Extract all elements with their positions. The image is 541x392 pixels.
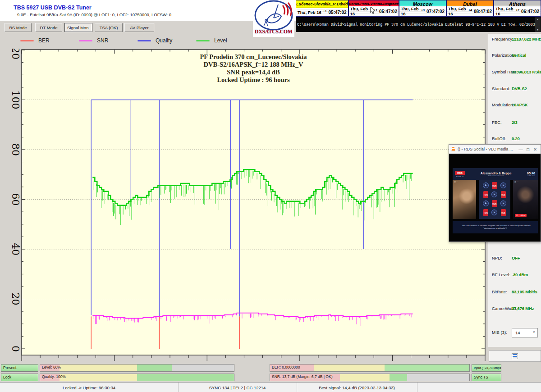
ber-line-swatch — [20, 40, 34, 41]
legend-label: BER — [38, 37, 50, 44]
clock-lucenec: Lučenec-Slovakia_R.Dávid Thu, Feb 16+105… — [296, 0, 348, 17]
left-video-feed: @ ··· — [453, 180, 476, 219]
tab-tsa[interactable]: TSA (OK) — [95, 23, 123, 32]
legend-item-ber: BER — [20, 37, 50, 44]
legend-label: SNR — [97, 37, 108, 44]
mis-dropdown[interactable]: 14 ˅ — [512, 328, 538, 337]
clock-date: Thu, Feb 16 — [495, 6, 516, 16]
param-row-polarization: Polarization:Vertical — [488, 53, 541, 59]
clock-dubai: Dubai Thu, Feb 16+408:47:02 — [446, 0, 494, 17]
clock-time: 08:47:02 — [474, 9, 492, 14]
show-title: Alessandro & Beppe — [465, 172, 527, 175]
svg-text:120: 120 — [10, 49, 21, 59]
svg-text:DVB-S2/16APSK_f=12 188 MHz_V: DVB-S2/16APSK_f=12 188 MHz_V — [204, 61, 303, 68]
rds-tile: RDS — [501, 191, 506, 198]
svg-text:100: 100 — [10, 91, 21, 109]
uptime-status: Locked -> Uptime: 96:30:34 — [0, 383, 179, 392]
best-signal-status: Best signal: 14,4 dB (2023-02-13 04:33) — [297, 383, 417, 392]
chart-legend: BER SNR Quality Level — [0, 34, 488, 49]
clock-utc-offset: +1 — [323, 9, 327, 13]
show-date: 6 feb 2023 — [527, 175, 535, 177]
param-row-npd: NPD:OFF — [488, 255, 541, 262]
meter-segment — [390, 374, 407, 381]
clock-athens: Athens Thu, Feb 16+206:47:02 — [494, 0, 541, 17]
clock-time-row: Thu, Feb 16+307:47:02 — [399, 6, 446, 16]
left-video-handle: @ ··· — [454, 181, 458, 183]
svg-text:0: 0 — [10, 346, 21, 352]
svg-text:PF Prodelin 370 cm_Lucenec/Slo: PF Prodelin 370 cm_Lucenec/Slovakia — [200, 53, 307, 60]
world-clocks: Lučenec-Slovakia_R.Dávid Thu, Feb 16+105… — [296, 0, 541, 17]
play-icon — [482, 182, 490, 189]
vlc-window[interactable]: () - RDS Social - VLC media ... — □ ✕ RD… — [449, 144, 541, 242]
param-row-carrierwidth: CarrierWidth:37,676 MHz — [488, 306, 541, 312]
signal-chart: 020406080100120PF Prodelin 370 cm_Lucene… — [0, 49, 488, 363]
scroll-up-icon[interactable]: ▲ — [536, 18, 539, 21]
show-header: RDS SOCIAL TV Alessandro & Beppe dalle 0… — [453, 168, 538, 180]
sidebar-ts-button[interactable] — [489, 350, 541, 362]
rds-tile: RDS — [492, 182, 497, 189]
param-row-symbolrate: Symbol Rate:31396,813 KS/s — [488, 69, 541, 76]
tab-signal-mon[interactable]: Signal Mon. — [64, 23, 92, 32]
quality-meter: Quality: 100% — [40, 374, 234, 381]
rds-tile: RDS — [483, 209, 488, 216]
clock-time: 05:47:02 — [329, 10, 347, 15]
video-caption: ... ora che è iniziata la seconda stagio… — [453, 221, 538, 233]
tab-av-player[interactable]: AV Player — [124, 23, 154, 32]
clock-time-row: Thu, Feb 16+408:47:02 — [447, 6, 493, 16]
mouse-cursor-icon — [370, 6, 376, 14]
param-row-standard: Standard:DVB-S2 — [488, 86, 541, 92]
cmd-scrollbar[interactable]: ▲ ▼ — [535, 17, 541, 32]
legend-label: Quality — [156, 37, 172, 44]
vlc-close-button[interactable]: ✕ — [532, 147, 539, 152]
logo-text: DXSATCS.COM — [253, 29, 294, 34]
svg-text:60: 60 — [10, 193, 21, 206]
page-title: TBS 5927 USB DVB-S2 Tuner — [14, 5, 92, 11]
clock-utc-offset: +2 — [516, 9, 519, 12]
lock-indicator: Lock — [1, 374, 38, 381]
svg-text:20: 20 — [10, 293, 21, 305]
play-icon — [491, 191, 498, 198]
clock-date: Thu, Feb 16 — [448, 6, 468, 16]
right-video-tag: @···_official — [515, 214, 527, 217]
clock-time: 05:47:02 — [379, 9, 397, 14]
rds-tile: RDS — [483, 191, 488, 198]
app-window: { "window": { "title": "TBS 5927 USB DVB… — [0, 0, 541, 392]
meter-segment — [137, 374, 234, 381]
status-bar: Locked -> Uptime: 96:30:34 SYNC 134 | TE… — [0, 382, 541, 392]
param-row-rolloff: RollOff:0.20 — [488, 136, 541, 142]
tab-bs-mode[interactable]: BS Mode — [5, 23, 32, 32]
meter-segment — [340, 374, 390, 381]
clock-name: Athens — [494, 0, 541, 6]
clock-name: Berlin-Paris-Vienna-Belgrade — [349, 0, 399, 6]
scroll-down-icon[interactable]: ▼ — [536, 28, 539, 31]
rds-tile: RDS — [501, 209, 506, 216]
vlc-minimize-button[interactable]: — — [517, 147, 524, 152]
command-prompt-bar: C:\Users\Roman Dávid>Signal monitoring_P… — [296, 17, 541, 32]
vlc-maximize-button[interactable]: □ — [524, 147, 532, 152]
svg-text:SNR peak=14,4 dB: SNR peak=14,4 dB — [227, 68, 280, 76]
meter-segment — [314, 365, 385, 371]
page-subtitle: 9.0E - Eutelsat 9B/Ka-Sat 9A (ID: 0090) … — [17, 12, 171, 17]
vlc-titlebar[interactable]: () - RDS Social - VLC media ... — □ ✕ — [449, 145, 541, 154]
param-row-mis: MIS (3): 14 ˅ — [488, 330, 541, 336]
show-subtitle: dalle 05:00 alle 07:00 — [465, 175, 527, 177]
vlc-cone-icon — [451, 146, 456, 152]
list-icon — [512, 353, 518, 359]
play-icon — [491, 209, 498, 216]
header-divider — [0, 20, 254, 20]
show-clock: 05:46 — [527, 172, 535, 175]
param-row-rflevel: RF Level:-39 dBm — [488, 272, 541, 278]
sync-status: SYNC 134 | TEI 2 | CC 12214 — [178, 383, 297, 392]
vlc-video-area[interactable]: RDS SOCIAL TV Alessandro & Beppe dalle 0… — [449, 154, 541, 242]
syncts-indicator: Sync TS — [472, 374, 501, 381]
tab-dt-mode[interactable]: DT Mode — [35, 23, 62, 32]
right-video-feed: @ ··· @···_official — [513, 180, 538, 219]
param-row-frequency: Frequency:12187,622 MHz — [488, 36, 541, 43]
play-icon — [500, 182, 507, 189]
meter-segment — [407, 374, 469, 381]
rds-tile-wall: RDSRDSRDSRDSRDSRDS — [479, 180, 510, 219]
legend-item-quality: Quality — [138, 37, 172, 44]
level-line-swatch — [196, 40, 210, 41]
ber-meter: BER: 0,0000000 — [270, 364, 470, 372]
play-icon — [482, 200, 490, 207]
